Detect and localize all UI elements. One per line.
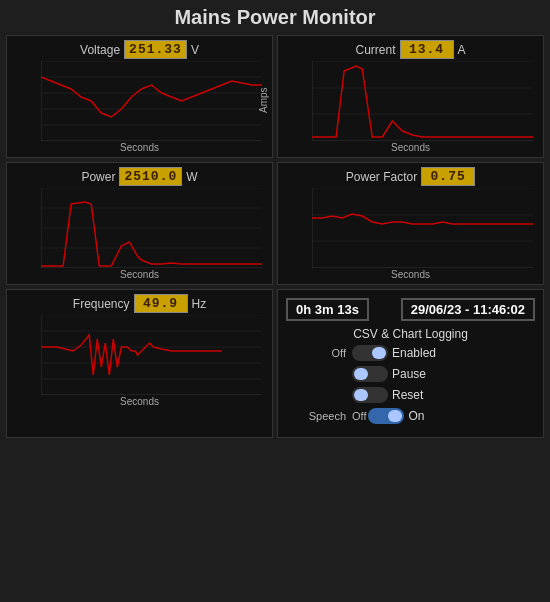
reset-thumb: [354, 389, 368, 401]
mid-row: Power 2510.0 W Watts 4000 3000: [6, 162, 544, 285]
csv-title: CSV & Chart Logging: [286, 327, 535, 341]
frequency-display: 49.9: [134, 294, 188, 313]
reset-row: Reset: [286, 387, 535, 403]
current-panel: Current 13.4 A Amps 15 10 5 0: [277, 35, 544, 158]
frequency-label: Frequency: [73, 297, 130, 311]
power-panel: Power 2510.0 W Watts 4000 3000: [6, 162, 273, 285]
voltage-xaxis: Seconds: [13, 142, 266, 153]
enabled-row: Off Enabled: [286, 345, 535, 361]
control-panel: 0h 3m 13s 29/06/23 - 11:46:02 CSV & Char…: [277, 289, 544, 438]
current-xaxis: Seconds: [284, 142, 537, 153]
speech-thumb: [388, 410, 402, 422]
powerfactor-display: 0.75: [421, 167, 475, 186]
voltage-unit: V: [191, 43, 199, 57]
current-yaxis: Amps: [258, 61, 269, 139]
bot-row: Frequency 49.9 Hz Hertz 50.1: [6, 289, 544, 438]
pause-toggle[interactable]: [352, 366, 388, 382]
enabled-label: Enabled: [392, 346, 436, 360]
current-display: 13.4: [400, 40, 454, 59]
power-chart: 4000 3000 2000 1000 0 0 50 100 150 200 2…: [41, 188, 262, 268]
power-display: 2510.0: [119, 167, 182, 186]
powerfactor-xaxis: Seconds: [284, 269, 537, 280]
speech-off-label: Off: [352, 410, 366, 422]
reset-label: Reset: [392, 388, 423, 402]
powerfactor-header: Power Factor 0.75: [284, 167, 537, 186]
power-xaxis: Seconds: [13, 269, 266, 280]
frequency-xaxis: Seconds: [13, 396, 266, 407]
powerfactor-label: Power Factor: [346, 170, 417, 184]
off-label-1: Off: [286, 347, 346, 359]
voltage-label: Voltage: [80, 43, 120, 57]
pause-label: Pause: [392, 367, 426, 381]
time-row: 0h 3m 13s 29/06/23 - 11:46:02: [286, 298, 535, 321]
reset-toggle[interactable]: [352, 387, 388, 403]
current-header: Current 13.4 A: [284, 40, 537, 59]
voltage-chart: 254 253 252 251 250 249 0 50 100 150 200…: [41, 61, 262, 141]
voltage-panel: Voltage 251.33 V Volts: [6, 35, 273, 158]
top-row: Voltage 251.33 V Volts: [6, 35, 544, 158]
frequency-header: Frequency 49.9 Hz: [13, 294, 266, 313]
frequency-chart: 50.1 50.05 50 49.95 49.9 49.85 0 50 100 …: [41, 315, 262, 395]
power-label: Power: [81, 170, 115, 184]
power-unit: W: [186, 170, 197, 184]
voltage-header: Voltage 251.33 V: [13, 40, 266, 59]
powerfactor-panel: Power Factor 0.75 1.5 1 0.5 0: [277, 162, 544, 285]
current-label: Current: [355, 43, 395, 57]
enabled-thumb: [372, 347, 386, 359]
voltage-display: 251.33: [124, 40, 187, 59]
page-title: Mains Power Monitor: [6, 6, 544, 29]
elapsed-display: 0h 3m 13s: [286, 298, 369, 321]
pause-thumb: [354, 368, 368, 380]
frequency-unit: Hz: [192, 297, 207, 311]
powerfactor-chart: 1.5 1 0.5 0 0 50 100 150 200 250: [312, 188, 533, 268]
main-container: Mains Power Monitor Voltage 251.33 V Vol…: [0, 0, 550, 602]
current-unit: A: [458, 43, 466, 57]
power-header: Power 2510.0 W: [13, 167, 266, 186]
speech-toggle[interactable]: [368, 408, 404, 424]
pause-row: Pause: [286, 366, 535, 382]
speech-label: Speech: [286, 410, 346, 422]
datetime-display: 29/06/23 - 11:46:02: [401, 298, 535, 321]
speech-on-label: On: [408, 409, 424, 423]
frequency-panel: Frequency 49.9 Hz Hertz 50.1: [6, 289, 273, 438]
enabled-toggle[interactable]: [352, 345, 388, 361]
current-chart: 15 10 5 0 0 50 100 150 200 250: [312, 61, 533, 141]
speech-row: Speech Off On: [286, 408, 535, 424]
